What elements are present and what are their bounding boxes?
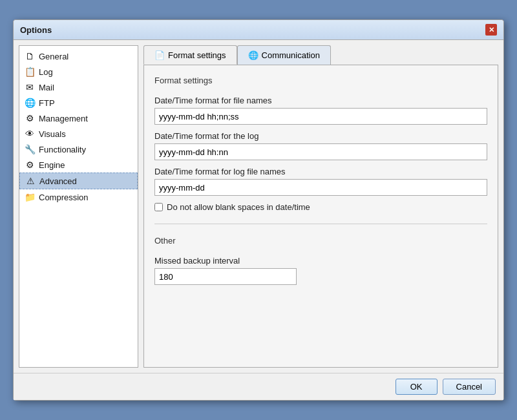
log-icon: 📋: [25, 67, 35, 77]
advanced-icon: ⚠: [25, 176, 36, 186]
sidebar-item-general[interactable]: 🗋 General: [19, 48, 138, 64]
sidebar-label-management: Management: [39, 114, 88, 123]
blank-spaces-checkbox[interactable]: [154, 203, 163, 211]
sidebar-label-advanced: Advanced: [39, 176, 77, 186]
missed-backup-label: Missed backup interval: [154, 256, 487, 266]
mail-icon: ✉: [25, 82, 35, 92]
engine-icon: ⚙: [25, 160, 35, 170]
datetime-log-label: Date/Time format for the log: [154, 131, 487, 141]
general-icon: 🗋: [25, 51, 35, 61]
datetime-log-filenames-label: Date/Time format for log file names: [154, 167, 487, 176]
missed-backup-input[interactable]: [154, 268, 297, 285]
dialog-title: Options: [20, 25, 52, 35]
format-section-title: Format settings: [154, 76, 487, 85]
sidebar-item-engine[interactable]: ⚙ Engine: [19, 157, 138, 173]
title-bar: Options ✕: [14, 20, 503, 40]
datetime-log-filenames-input[interactable]: [154, 179, 487, 196]
other-section: Other Missed backup interval: [154, 236, 487, 285]
other-section-title: Other: [154, 236, 487, 246]
sidebar-label-compression: Compression: [39, 193, 89, 202]
format-tab-icon: 📄: [154, 50, 165, 60]
datetime-log-input[interactable]: [154, 143, 487, 160]
sidebar-item-ftp[interactable]: 🌐 FTP: [19, 95, 138, 110]
main-content: 📄 Format settings 🌐 Communication Format…: [143, 45, 498, 368]
sidebar-label-log: Log: [39, 67, 53, 77]
sidebar-label-visuals: Visuals: [39, 129, 66, 139]
visuals-icon: 👁: [25, 129, 35, 139]
blank-spaces-checkbox-row: Do not allow blank spaces in date/time: [154, 202, 487, 212]
section-divider: [154, 224, 487, 224]
dialog-footer: OK Cancel: [14, 373, 503, 400]
missed-backup-group: Missed backup interval: [154, 256, 487, 285]
datetime-log-group: Date/Time format for the log: [154, 131, 487, 160]
sidebar-label-ftp: FTP: [39, 98, 55, 108]
tab-communication[interactable]: 🌐 Communication: [237, 45, 331, 65]
tab-bar: 📄 Format settings 🌐 Communication: [143, 45, 498, 65]
sidebar-label-functionality: Functionality: [39, 145, 86, 154]
sidebar-item-functionality[interactable]: 🔧 Functionality: [19, 142, 138, 157]
compression-icon: 📁: [25, 192, 35, 202]
datetime-log-filenames-group: Date/Time format for log file names: [154, 167, 487, 196]
content-panel: Format settings Date/Time format for fil…: [143, 65, 498, 368]
options-dialog: Options ✕ 🗋 General 📋 Log ✉ Mail 🌐 FTP: [13, 19, 504, 401]
sidebar: 🗋 General 📋 Log ✉ Mail 🌐 FTP ⚙ Managemen…: [19, 45, 138, 368]
sidebar-item-log[interactable]: 📋 Log: [19, 64, 138, 79]
sidebar-item-management[interactable]: ⚙ Management: [19, 110, 138, 126]
communication-tab-icon: 🌐: [248, 50, 258, 61]
datetime-filenames-input[interactable]: [154, 108, 487, 125]
close-button[interactable]: ✕: [485, 24, 497, 36]
blank-spaces-label: Do not allow blank spaces in date/time: [167, 202, 310, 212]
cancel-button[interactable]: Cancel: [443, 379, 496, 395]
datetime-filenames-group: Date/Time format for file names: [154, 96, 487, 125]
dialog-body: 🗋 General 📋 Log ✉ Mail 🌐 FTP ⚙ Managemen…: [14, 40, 503, 373]
tab-format[interactable]: 📄 Format settings: [143, 45, 237, 65]
sidebar-item-visuals[interactable]: 👁 Visuals: [19, 126, 138, 142]
sidebar-label-general: General: [39, 52, 69, 61]
ftp-icon: 🌐: [25, 98, 35, 108]
tab-format-label: Format settings: [168, 50, 226, 60]
sidebar-item-compression[interactable]: 📁 Compression: [19, 189, 138, 205]
sidebar-item-mail[interactable]: ✉ Mail: [19, 79, 138, 95]
ok-button[interactable]: OK: [396, 379, 438, 395]
tab-communication-label: Communication: [262, 50, 320, 60]
sidebar-label-engine: Engine: [39, 160, 65, 170]
functionality-icon: 🔧: [25, 144, 35, 154]
sidebar-item-advanced[interactable]: ⚠ Advanced: [19, 173, 138, 189]
sidebar-label-mail: Mail: [39, 83, 54, 92]
management-icon: ⚙: [25, 113, 35, 123]
format-settings-section: Format settings Date/Time format for fil…: [154, 76, 487, 212]
datetime-filenames-label: Date/Time format for file names: [154, 96, 487, 105]
